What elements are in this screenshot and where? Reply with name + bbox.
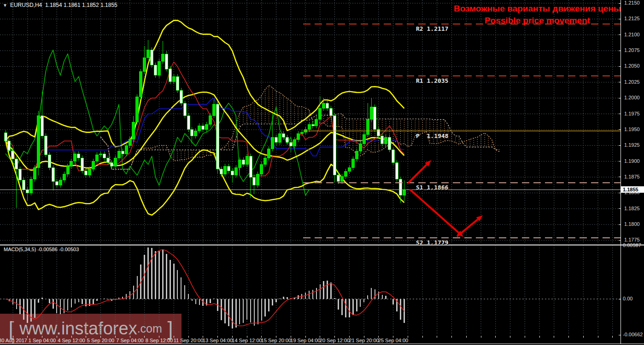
symbol-dropdown-icon: ▼: [3, 3, 7, 8]
price-axis-label[interactable]: 1.1975: [624, 111, 640, 116]
price-axis-label[interactable]: 1.1950: [624, 126, 640, 132]
macd-axis-label[interactable]: -0.00662: [623, 332, 643, 337]
price-axis-label[interactable]: 1.2075: [624, 47, 640, 53]
chart-title: ▼EURUSD,H4 1.1854 1.1861 1.1852 1.1855: [3, 2, 117, 8]
price-axis-label[interactable]: 1.2000: [624, 95, 640, 100]
price-axis-label[interactable]: 1.2025: [624, 79, 640, 85]
current-price-badge: 1.1855: [621, 186, 644, 193]
macd-signal-line: [6, 249, 404, 326]
price-axis-label[interactable]: 1.2150: [624, 0, 640, 6]
time-axis-label[interactable]: 1 Sep 04:00: [29, 338, 56, 343]
level-label-s2: S2 1.1779: [416, 239, 448, 246]
symbol-ohlc-text: EURUSD,H4 1.1854 1.1861 1.1852 1.1855: [10, 2, 117, 8]
time-axis-label[interactable]: 11 Sep 20:00: [174, 338, 204, 343]
tenkan-sen-line: [6, 62, 404, 176]
chart-canvas[interactable]: [0, 0, 644, 345]
price-axis-label[interactable]: 1.1925: [624, 142, 640, 148]
forecast-annotation: Возможные варианты движения цены Possibl…: [454, 3, 621, 27]
annotation-line-ru: Возможные варианты движения цены: [454, 3, 621, 15]
bollinger-bands: [6, 20, 404, 215]
level-label-r1: R1 1.2035: [416, 77, 448, 84]
time-axis-label[interactable]: 5 Sep 20:00: [87, 338, 114, 343]
price-axis-label[interactable]: 1.1900: [624, 158, 640, 164]
time-axis-label[interactable]: 7 Sep 04:00: [116, 338, 143, 343]
trading-chart-window: [ www.instaforex.com ] ▼EURUSD,H4 1.1854…: [0, 0, 644, 345]
pivot-levels: [303, 24, 621, 238]
forecast-arrows: [408, 160, 483, 237]
level-label-s1: S1 1.1866: [416, 184, 448, 191]
time-axis-label[interactable]: 19 Sep 04:00: [290, 338, 320, 343]
time-axis-label[interactable]: 8 Sep 12:00: [146, 338, 173, 343]
price-axis-label[interactable]: 1.2050: [624, 63, 640, 69]
price-axis-label[interactable]: 1.1875: [624, 174, 640, 179]
chikou-span-line: [6, 50, 309, 196]
time-axis-label[interactable]: 30 Aug 2017: [0, 338, 27, 343]
macd-indicator-label: MACD(5,34,5) -0.00586 -0.00503: [4, 247, 79, 252]
level-label-r2: R2 1.2117: [416, 25, 448, 32]
macd-axis-label[interactable]: 0.00: [623, 296, 632, 301]
time-axis-label[interactable]: 13 Sep 04:00: [203, 338, 233, 343]
time-axis-label[interactable]: 20 Sep 12:00: [320, 338, 350, 343]
time-axis-label[interactable]: 15 Sep 20:00: [261, 338, 291, 343]
price-axis-label[interactable]: 1.2100: [624, 32, 640, 37]
macd-axis-label[interactable]: 0.00987: [623, 242, 641, 248]
price-axis-label[interactable]: 1.2125: [624, 16, 640, 21]
time-axis-label[interactable]: 21 Sep 20:00: [349, 338, 379, 343]
time-axis-label[interactable]: 4 Sep 12:00: [58, 338, 85, 343]
time-axis-label[interactable]: 14 Sep 12:00: [232, 338, 262, 343]
price-axis-label[interactable]: 1.1800: [624, 221, 640, 227]
annotation-line-en: Possible price movement: [454, 15, 621, 27]
level-label-p: P 1.1948: [416, 132, 448, 139]
pane-borders: [0, 0, 644, 344]
price-axis-label[interactable]: 1.1825: [624, 206, 640, 211]
time-axis-label[interactable]: 25 Sep 04:00: [378, 338, 408, 343]
macd-histogram: [6, 247, 404, 328]
